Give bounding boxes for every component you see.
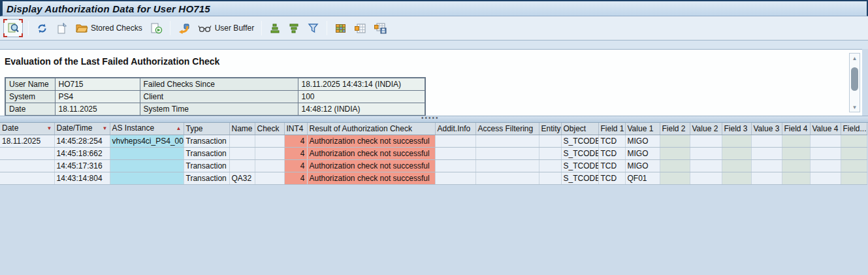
refresh-button[interactable] (34, 19, 50, 37)
grid-cell-int4[interactable]: 4 (284, 135, 307, 147)
splitter-handle-icon[interactable]: ••••• (421, 114, 440, 121)
grid-cell-field2[interactable] (660, 159, 690, 172)
grid-cell-int4[interactable]: 4 (284, 147, 307, 159)
grid-cell-name[interactable] (229, 135, 255, 147)
grid-cell-addit_info[interactable] (435, 135, 475, 147)
grid-cell-field1[interactable]: TCD (598, 159, 625, 172)
grid-cell-field5[interactable] (841, 135, 867, 147)
grid-cell-date[interactable] (0, 172, 54, 184)
grid-cell-datetime[interactable]: 14:45:18:662 (54, 147, 110, 159)
grid-cell-as_instance[interactable] (110, 172, 184, 184)
grid-header-value2[interactable]: Value 2 (690, 123, 722, 135)
grid-cell-entity[interactable] (539, 159, 561, 172)
scrollbar-thumb[interactable] (851, 67, 858, 90)
user-buffer-button[interactable]: User Buffer (196, 19, 256, 37)
scrollbar-track[interactable] (850, 63, 860, 103)
grid-header-value3[interactable]: Value 3 (751, 123, 782, 135)
grid-cell-datetime[interactable]: 14:45:28:254 (54, 135, 110, 147)
grid-cell-field4[interactable] (782, 135, 810, 147)
grid-cell-field3[interactable] (722, 135, 751, 147)
grid-cell-value2[interactable] (690, 135, 722, 147)
grid-header-access_filtering[interactable]: Access Filtering (475, 123, 539, 135)
grid-cell-addit_info[interactable] (435, 159, 475, 172)
grid-header-addit_info[interactable]: Addit.Info (435, 123, 475, 135)
grid-cell-date[interactable] (0, 159, 54, 172)
pane-splitter[interactable]: ••••• (0, 116, 868, 123)
save-layout-button[interactable] (372, 19, 389, 37)
grid-cell-result[interactable]: Authorization check not successful (307, 147, 435, 159)
grid-cell-value3[interactable] (751, 147, 782, 159)
grid-cell-date[interactable]: 18.11.2025 (0, 135, 54, 147)
grid-cell-field5[interactable] (841, 172, 867, 184)
grid-cell-check[interactable] (255, 147, 284, 159)
grid-cell-field2[interactable] (660, 147, 690, 159)
grid-cell-field4[interactable] (782, 147, 810, 159)
undo-button[interactable] (176, 19, 193, 37)
grid-cell-access_filtering[interactable] (475, 159, 539, 172)
grid-cell-object[interactable]: S_TCODE (561, 147, 598, 159)
sort-ascending-button[interactable] (267, 19, 283, 37)
grid-cell-type[interactable]: Transaction (184, 172, 229, 184)
grid-header-field3[interactable]: Field 3 (722, 123, 751, 135)
grid-cell-object[interactable]: S_TCODE (561, 172, 598, 184)
grid-cell-name[interactable] (229, 147, 255, 159)
table-view-button[interactable] (332, 19, 349, 37)
grid-cell-datetime[interactable]: 14:45:17:316 (54, 159, 110, 172)
grid-header-datetime[interactable]: ▼Date/Time (54, 123, 110, 135)
grid-cell-check[interactable] (255, 135, 284, 147)
grid-cell-addit_info[interactable] (435, 172, 475, 184)
grid-header-field5[interactable]: Field... (841, 123, 867, 135)
grid-cell-datetime[interactable]: 14:43:14:804 (54, 172, 110, 184)
grid-header-as_instance[interactable]: ▲AS Instance (110, 123, 184, 135)
grid-cell-result[interactable]: Authorization check not successful (307, 172, 435, 184)
grid-cell-field3[interactable] (722, 147, 751, 159)
grid-cell-value1[interactable]: MIGO (625, 135, 660, 147)
choose-detail-button[interactable] (3, 19, 23, 37)
vertical-scrollbar[interactable]: ▲ ▼ (849, 53, 860, 112)
grid-cell-value2[interactable] (690, 172, 722, 184)
grid-cell-name[interactable]: QA32 (229, 172, 255, 184)
stored-checks-button[interactable]: Stored Checks (73, 19, 144, 37)
grid-cell-entity[interactable] (539, 147, 561, 159)
grid-cell-entity[interactable] (539, 172, 561, 184)
grid-cell-as_instance[interactable] (110, 147, 184, 159)
grid-header-check[interactable]: Check (255, 123, 284, 135)
grid-cell-value4[interactable] (810, 159, 841, 172)
grid-cell-field4[interactable] (782, 172, 810, 184)
grid-cell-check[interactable] (255, 159, 284, 172)
grid-cell-value1[interactable]: MIGO (625, 159, 660, 172)
grid-cell-field2[interactable] (660, 172, 690, 184)
grid-cell-field5[interactable] (841, 147, 867, 159)
grid-header-value1[interactable]: Value 1 (625, 123, 660, 135)
grid-header-entity[interactable]: Entity (539, 123, 561, 135)
grid-cell-as_instance[interactable]: vhvheps4ci_PS4_00 (110, 135, 184, 147)
grid-cell-field3[interactable] (722, 159, 751, 172)
grid-cell-field5[interactable] (841, 159, 867, 172)
grid-cell-value1[interactable]: MIGO (625, 147, 660, 159)
sort-descending-button[interactable] (286, 19, 302, 37)
grid-cell-field2[interactable] (660, 135, 690, 147)
grid-header-name[interactable]: Name (229, 123, 255, 135)
grid-header-int4[interactable]: INT4 (284, 123, 307, 135)
grid-cell-field3[interactable] (722, 172, 751, 184)
grid-cell-value4[interactable] (810, 147, 841, 159)
scroll-up-button[interactable]: ▲ (850, 54, 860, 63)
grid-cell-value3[interactable] (751, 135, 782, 147)
grid-cell-value2[interactable] (690, 159, 722, 172)
grid-cell-name[interactable] (229, 159, 255, 172)
scroll-down-button[interactable]: ▼ (850, 103, 860, 112)
grid-cell-value4[interactable] (810, 172, 841, 184)
grid-cell-value1[interactable]: QF01 (625, 172, 660, 184)
paste-button[interactable] (54, 19, 70, 37)
grid-cell-field1[interactable]: TCD (598, 172, 625, 184)
grid-header-field2[interactable]: Field 2 (660, 123, 690, 135)
grid-cell-type[interactable]: Transaction (184, 147, 229, 159)
change-layout-button[interactable] (352, 19, 368, 37)
grid-cell-object[interactable]: S_TCODE (561, 135, 598, 147)
grid-header-type[interactable]: Type (184, 123, 229, 135)
grid-cell-access_filtering[interactable] (475, 172, 539, 184)
grid-cell-access_filtering[interactable] (475, 135, 539, 147)
grid-cell-object[interactable]: S_TCODE (561, 159, 598, 172)
grid-header-date[interactable]: ▼Date (0, 123, 54, 135)
grid-cell-addit_info[interactable] (435, 147, 475, 159)
